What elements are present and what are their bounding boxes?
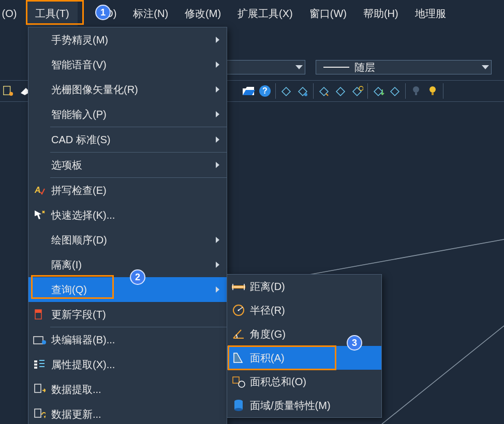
svg-line-1 bbox=[382, 326, 504, 424]
svg-rect-19 bbox=[34, 364, 37, 366]
data-update-icon bbox=[28, 408, 50, 420]
svg-point-17 bbox=[42, 340, 46, 344]
radius-icon bbox=[227, 302, 250, 319]
svg-rect-2 bbox=[4, 86, 10, 95]
menu-isolate[interactable]: 隔离(I) bbox=[28, 252, 227, 277]
menu-modify[interactable]: 修改(M) bbox=[176, 1, 229, 26]
layer-tool-icon[interactable] bbox=[334, 84, 347, 98]
menu-help[interactable]: 帮助(H) bbox=[355, 1, 407, 26]
menu-window[interactable]: 窗口(W) bbox=[301, 1, 355, 26]
submenu-arrow-icon bbox=[216, 237, 219, 243]
menu-item-label: 快速选择(K)... bbox=[50, 208, 227, 222]
menu-gesture[interactable]: 手势精灵(M) bbox=[28, 27, 227, 52]
svg-point-7 bbox=[304, 93, 307, 96]
layer-tool-icon[interactable] bbox=[296, 84, 309, 98]
menu-data-update[interactable]: 数据更新... bbox=[28, 402, 227, 424]
submenu-item-label: 距离(D) bbox=[250, 280, 381, 294]
separator bbox=[405, 83, 406, 99]
bulb-off-icon[interactable] bbox=[409, 84, 423, 98]
tools-dropdown: 手势精灵(M) 智能语音(V) 光栅图像矢量化(R) 智能输入(P) CAD 标… bbox=[28, 27, 227, 424]
svg-rect-15 bbox=[35, 310, 41, 313]
layer-blank-icon[interactable] bbox=[388, 84, 402, 98]
svg-point-3 bbox=[9, 92, 13, 96]
menu-item-label: 选项板 bbox=[50, 158, 216, 172]
combo-1[interactable] bbox=[217, 60, 305, 74]
svg-rect-20 bbox=[34, 367, 37, 369]
menu-item-label: 拼写检查(E) bbox=[50, 184, 227, 198]
gear-icon[interactable] bbox=[2, 84, 15, 98]
svg-rect-12 bbox=[432, 93, 434, 95]
submenu-arrow-icon bbox=[216, 86, 219, 93]
property-combo-row: 随层 bbox=[217, 59, 504, 75]
menu-item-label: CAD 标准(S) bbox=[50, 133, 216, 147]
chevron-down-icon bbox=[295, 65, 303, 69]
menu-item-label: 属性提取(X)... bbox=[50, 358, 227, 372]
line-sample-icon bbox=[323, 67, 349, 68]
layer-tool-icon[interactable] bbox=[317, 84, 331, 98]
submenu-arrow-icon bbox=[216, 137, 219, 143]
menu-item-label: 智能语音(V) bbox=[50, 58, 216, 72]
layer-tool-icon[interactable] bbox=[279, 84, 293, 98]
chevron-down-icon bbox=[482, 65, 489, 69]
svg-rect-10 bbox=[415, 93, 417, 95]
submenu-item-label: 面域/质量特性(M) bbox=[250, 399, 381, 413]
svg-rect-21 bbox=[35, 384, 41, 392]
menu-draw-order[interactable]: 绘图顺序(D) bbox=[28, 228, 227, 252]
separator bbox=[443, 83, 443, 99]
separator bbox=[313, 83, 314, 99]
menu-item-label: 更新字段(T) bbox=[50, 308, 227, 322]
menu-item-label: 智能输入(P) bbox=[50, 108, 216, 122]
layer-style-combo[interactable]: 随层 bbox=[316, 60, 492, 74]
svg-point-11 bbox=[429, 86, 436, 93]
menu-block-editor[interactable]: 块编辑器(B)... bbox=[28, 327, 227, 352]
update-field-icon bbox=[28, 308, 50, 321]
svg-point-8 bbox=[359, 86, 363, 90]
submenu-arrow-icon bbox=[216, 111, 219, 117]
submenu-radius[interactable]: 半径(R) bbox=[227, 298, 381, 322]
separator bbox=[275, 83, 276, 99]
area-sum-icon bbox=[227, 373, 250, 390]
svg-point-9 bbox=[413, 86, 419, 93]
svg-point-30 bbox=[234, 408, 243, 411]
menu-item[interactable]: (O) bbox=[0, 2, 27, 25]
menu-item-label: 隔离(I) bbox=[50, 258, 216, 272]
menu-item-label: 块编辑器(B)... bbox=[50, 333, 227, 347]
submenu-arrow-icon bbox=[216, 262, 219, 268]
help-icon[interactable]: ? bbox=[258, 84, 272, 98]
menu-ext-tools[interactable]: 扩展工具(X) bbox=[229, 1, 301, 26]
submenu-item-label: 面积总和(O) bbox=[250, 375, 381, 389]
menu-annotate[interactable]: 标注(N) bbox=[125, 1, 176, 26]
menu-raster-vector[interactable]: 光栅图像矢量化(R) bbox=[28, 77, 227, 102]
submenu-arrow-icon bbox=[216, 37, 219, 43]
menu-voice[interactable]: 智能语音(V) bbox=[28, 52, 227, 77]
separator bbox=[367, 83, 368, 99]
svg-point-25 bbox=[238, 310, 240, 311]
svg-rect-26 bbox=[233, 377, 239, 383]
angle-icon bbox=[227, 326, 250, 342]
menu-item-label: 数据提取... bbox=[50, 383, 227, 397]
distance-icon bbox=[227, 278, 250, 295]
submenu-region-mass[interactable]: 面域/质量特性(M) bbox=[227, 393, 381, 417]
svg-rect-22 bbox=[35, 409, 41, 417]
region-mass-icon bbox=[227, 397, 250, 414]
menu-smart-input[interactable]: 智能输入(P) bbox=[28, 102, 227, 127]
bulb-on-icon[interactable] bbox=[426, 84, 439, 98]
menu-cad-standard[interactable]: CAD 标准(S) bbox=[28, 127, 227, 152]
layer-down-icon[interactable] bbox=[372, 84, 385, 98]
submenu-area-sum[interactable]: 面积总和(O) bbox=[227, 370, 381, 393]
attr-extract-icon bbox=[28, 359, 50, 370]
menu-palette[interactable]: 选项板 bbox=[28, 153, 227, 177]
layer-sun-icon[interactable] bbox=[350, 84, 364, 98]
layer-style-combo-label: 随层 bbox=[354, 60, 375, 74]
menu-quick-select[interactable]: 快速选择(K)... bbox=[28, 203, 227, 228]
menu-attr-extract[interactable]: 属性提取(X)... bbox=[28, 352, 227, 377]
menu-data-extract[interactable]: 数据提取... bbox=[28, 377, 227, 402]
menu-item-label: 手势精灵(M) bbox=[50, 33, 216, 47]
highlight-box-2 bbox=[31, 275, 114, 299]
menu-geo[interactable]: 地理服 bbox=[407, 1, 446, 26]
menu-update-field[interactable]: 更新字段(T) bbox=[28, 302, 227, 327]
menu-spellcheck[interactable]: A 拼写检查(E) bbox=[28, 178, 227, 203]
svg-text:?: ? bbox=[262, 86, 268, 95]
submenu-distance[interactable]: 距离(D) bbox=[227, 275, 381, 298]
folder-open-icon[interactable] bbox=[242, 84, 255, 98]
